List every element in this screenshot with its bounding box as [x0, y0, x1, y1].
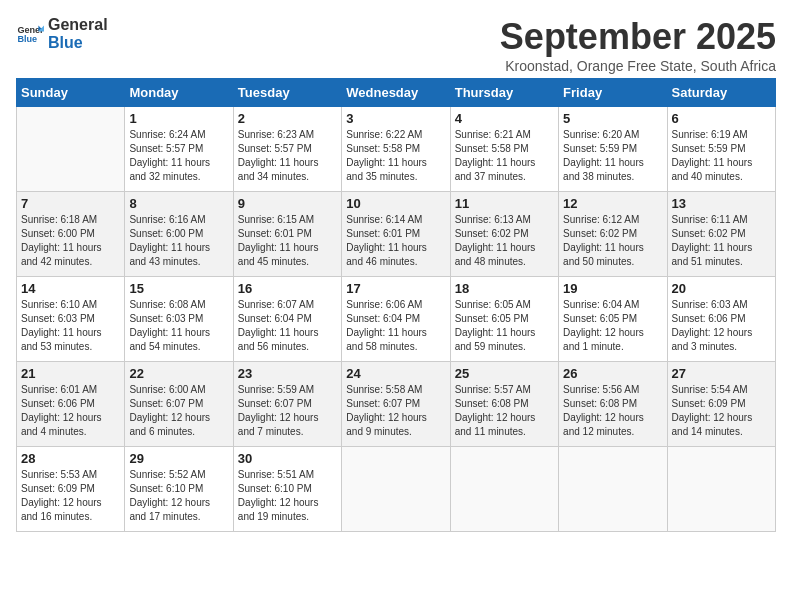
- title-block: September 2025 Kroonstad, Orange Free St…: [500, 16, 776, 74]
- calendar-cell: 18Sunrise: 6:05 AMSunset: 6:05 PMDayligh…: [450, 277, 558, 362]
- day-number: 2: [238, 111, 337, 126]
- day-number: 25: [455, 366, 554, 381]
- day-number: 15: [129, 281, 228, 296]
- day-detail: Sunrise: 6:18 AMSunset: 6:00 PMDaylight:…: [21, 213, 120, 269]
- calendar-cell: 20Sunrise: 6:03 AMSunset: 6:06 PMDayligh…: [667, 277, 775, 362]
- day-number: 7: [21, 196, 120, 211]
- calendar-cell: 1Sunrise: 6:24 AMSunset: 5:57 PMDaylight…: [125, 107, 233, 192]
- calendar-week-row: 1Sunrise: 6:24 AMSunset: 5:57 PMDaylight…: [17, 107, 776, 192]
- day-number: 22: [129, 366, 228, 381]
- day-number: 20: [672, 281, 771, 296]
- day-detail: Sunrise: 6:05 AMSunset: 6:05 PMDaylight:…: [455, 298, 554, 354]
- day-detail: Sunrise: 6:23 AMSunset: 5:57 PMDaylight:…: [238, 128, 337, 184]
- calendar-table: SundayMondayTuesdayWednesdayThursdayFrid…: [16, 78, 776, 532]
- day-number: 3: [346, 111, 445, 126]
- day-detail: Sunrise: 5:54 AMSunset: 6:09 PMDaylight:…: [672, 383, 771, 439]
- day-number: 8: [129, 196, 228, 211]
- weekday-header-thursday: Thursday: [450, 79, 558, 107]
- weekday-header-saturday: Saturday: [667, 79, 775, 107]
- day-number: 10: [346, 196, 445, 211]
- weekday-header-monday: Monday: [125, 79, 233, 107]
- day-number: 21: [21, 366, 120, 381]
- calendar-cell: [342, 447, 450, 532]
- weekday-header-friday: Friday: [559, 79, 667, 107]
- calendar-cell: [559, 447, 667, 532]
- calendar-cell: 14Sunrise: 6:10 AMSunset: 6:03 PMDayligh…: [17, 277, 125, 362]
- day-number: 17: [346, 281, 445, 296]
- day-detail: Sunrise: 6:03 AMSunset: 6:06 PMDaylight:…: [672, 298, 771, 354]
- month-title: September 2025: [500, 16, 776, 58]
- weekday-header-tuesday: Tuesday: [233, 79, 341, 107]
- day-detail: Sunrise: 6:22 AMSunset: 5:58 PMDaylight:…: [346, 128, 445, 184]
- logo-icon: General Blue: [16, 20, 44, 48]
- day-detail: Sunrise: 5:58 AMSunset: 6:07 PMDaylight:…: [346, 383, 445, 439]
- calendar-cell: 8Sunrise: 6:16 AMSunset: 6:00 PMDaylight…: [125, 192, 233, 277]
- day-number: 16: [238, 281, 337, 296]
- calendar-cell: 2Sunrise: 6:23 AMSunset: 5:57 PMDaylight…: [233, 107, 341, 192]
- logo-line1: General: [48, 16, 108, 34]
- calendar-cell: 28Sunrise: 5:53 AMSunset: 6:09 PMDayligh…: [17, 447, 125, 532]
- calendar-week-row: 14Sunrise: 6:10 AMSunset: 6:03 PMDayligh…: [17, 277, 776, 362]
- day-detail: Sunrise: 5:53 AMSunset: 6:09 PMDaylight:…: [21, 468, 120, 524]
- calendar-cell: 13Sunrise: 6:11 AMSunset: 6:02 PMDayligh…: [667, 192, 775, 277]
- calendar-week-row: 7Sunrise: 6:18 AMSunset: 6:00 PMDaylight…: [17, 192, 776, 277]
- calendar-cell: 16Sunrise: 6:07 AMSunset: 6:04 PMDayligh…: [233, 277, 341, 362]
- day-number: 6: [672, 111, 771, 126]
- day-number: 4: [455, 111, 554, 126]
- logo-line2: Blue: [48, 34, 108, 52]
- day-detail: Sunrise: 6:13 AMSunset: 6:02 PMDaylight:…: [455, 213, 554, 269]
- calendar-cell: 9Sunrise: 6:15 AMSunset: 6:01 PMDaylight…: [233, 192, 341, 277]
- calendar-cell: 7Sunrise: 6:18 AMSunset: 6:00 PMDaylight…: [17, 192, 125, 277]
- day-number: 26: [563, 366, 662, 381]
- day-detail: Sunrise: 5:52 AMSunset: 6:10 PMDaylight:…: [129, 468, 228, 524]
- day-detail: Sunrise: 6:12 AMSunset: 6:02 PMDaylight:…: [563, 213, 662, 269]
- day-detail: Sunrise: 6:08 AMSunset: 6:03 PMDaylight:…: [129, 298, 228, 354]
- day-detail: Sunrise: 5:56 AMSunset: 6:08 PMDaylight:…: [563, 383, 662, 439]
- day-detail: Sunrise: 6:21 AMSunset: 5:58 PMDaylight:…: [455, 128, 554, 184]
- day-detail: Sunrise: 6:07 AMSunset: 6:04 PMDaylight:…: [238, 298, 337, 354]
- day-detail: Sunrise: 6:24 AMSunset: 5:57 PMDaylight:…: [129, 128, 228, 184]
- calendar-cell: 24Sunrise: 5:58 AMSunset: 6:07 PMDayligh…: [342, 362, 450, 447]
- calendar-week-row: 21Sunrise: 6:01 AMSunset: 6:06 PMDayligh…: [17, 362, 776, 447]
- calendar-week-row: 28Sunrise: 5:53 AMSunset: 6:09 PMDayligh…: [17, 447, 776, 532]
- calendar-cell: 23Sunrise: 5:59 AMSunset: 6:07 PMDayligh…: [233, 362, 341, 447]
- day-detail: Sunrise: 6:20 AMSunset: 5:59 PMDaylight:…: [563, 128, 662, 184]
- day-detail: Sunrise: 6:01 AMSunset: 6:06 PMDaylight:…: [21, 383, 120, 439]
- calendar-cell: [17, 107, 125, 192]
- calendar-cell: 12Sunrise: 6:12 AMSunset: 6:02 PMDayligh…: [559, 192, 667, 277]
- day-number: 29: [129, 451, 228, 466]
- day-number: 23: [238, 366, 337, 381]
- calendar-cell: 3Sunrise: 6:22 AMSunset: 5:58 PMDaylight…: [342, 107, 450, 192]
- calendar-cell: 25Sunrise: 5:57 AMSunset: 6:08 PMDayligh…: [450, 362, 558, 447]
- weekday-header-wednesday: Wednesday: [342, 79, 450, 107]
- calendar-cell: 5Sunrise: 6:20 AMSunset: 5:59 PMDaylight…: [559, 107, 667, 192]
- calendar-cell: [667, 447, 775, 532]
- logo: General Blue General Blue: [16, 16, 108, 53]
- calendar-cell: 22Sunrise: 6:00 AMSunset: 6:07 PMDayligh…: [125, 362, 233, 447]
- day-detail: Sunrise: 6:14 AMSunset: 6:01 PMDaylight:…: [346, 213, 445, 269]
- calendar-header-row: SundayMondayTuesdayWednesdayThursdayFrid…: [17, 79, 776, 107]
- calendar-cell: [450, 447, 558, 532]
- weekday-header-sunday: Sunday: [17, 79, 125, 107]
- calendar-cell: 30Sunrise: 5:51 AMSunset: 6:10 PMDayligh…: [233, 447, 341, 532]
- day-number: 5: [563, 111, 662, 126]
- day-detail: Sunrise: 6:19 AMSunset: 5:59 PMDaylight:…: [672, 128, 771, 184]
- page-header: General Blue General Blue September 2025…: [16, 16, 776, 74]
- day-number: 19: [563, 281, 662, 296]
- day-number: 18: [455, 281, 554, 296]
- day-number: 28: [21, 451, 120, 466]
- calendar-cell: 17Sunrise: 6:06 AMSunset: 6:04 PMDayligh…: [342, 277, 450, 362]
- day-number: 30: [238, 451, 337, 466]
- svg-text:Blue: Blue: [17, 35, 37, 45]
- day-detail: Sunrise: 6:16 AMSunset: 6:00 PMDaylight:…: [129, 213, 228, 269]
- calendar-cell: 6Sunrise: 6:19 AMSunset: 5:59 PMDaylight…: [667, 107, 775, 192]
- day-detail: Sunrise: 5:57 AMSunset: 6:08 PMDaylight:…: [455, 383, 554, 439]
- day-number: 11: [455, 196, 554, 211]
- day-detail: Sunrise: 6:06 AMSunset: 6:04 PMDaylight:…: [346, 298, 445, 354]
- calendar-cell: 4Sunrise: 6:21 AMSunset: 5:58 PMDaylight…: [450, 107, 558, 192]
- day-detail: Sunrise: 6:00 AMSunset: 6:07 PMDaylight:…: [129, 383, 228, 439]
- day-number: 13: [672, 196, 771, 211]
- day-detail: Sunrise: 5:51 AMSunset: 6:10 PMDaylight:…: [238, 468, 337, 524]
- calendar-cell: 19Sunrise: 6:04 AMSunset: 6:05 PMDayligh…: [559, 277, 667, 362]
- calendar-cell: 29Sunrise: 5:52 AMSunset: 6:10 PMDayligh…: [125, 447, 233, 532]
